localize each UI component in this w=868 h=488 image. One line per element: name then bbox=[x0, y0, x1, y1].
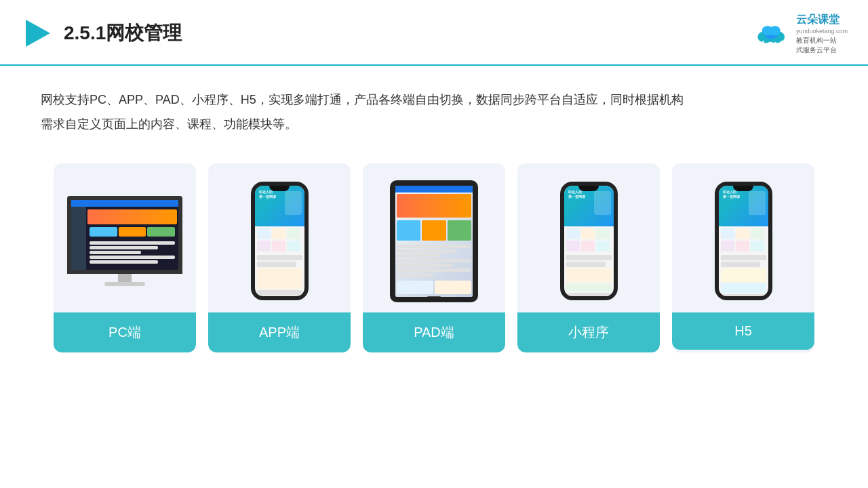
logo-tagline: 教育机构一站 式服务云平台 bbox=[796, 36, 848, 55]
pc-mockup bbox=[67, 196, 182, 286]
h5-phone-notch bbox=[733, 186, 753, 191]
card-h5-image: 职达人的第一堂网课 bbox=[672, 163, 814, 312]
card-app-label: APP端 bbox=[208, 312, 351, 352]
pc-screen bbox=[67, 196, 182, 274]
cards-container: PC端 职达人的第一堂网课 bbox=[0, 143, 868, 352]
card-pad-image bbox=[363, 163, 505, 312]
play-icon bbox=[20, 17, 53, 49]
card-miniapp: 职达人的第一堂网课 bbox=[517, 163, 660, 352]
card-app: 职达人的第一堂网课 bbox=[208, 163, 351, 352]
app-phone-notch bbox=[269, 186, 290, 191]
header-left: 2.5.1网校管理 bbox=[20, 17, 182, 49]
logo-text: 云朵课堂 yunduoketang.com 教育机构一站 式服务云平台 bbox=[796, 12, 848, 55]
card-app-image: 职达人的第一堂网课 bbox=[208, 163, 351, 312]
card-miniapp-label: 小程序 bbox=[517, 312, 660, 352]
card-pad-label: PAD端 bbox=[363, 312, 505, 352]
description-text: 网校支持PC、APP、PAD、小程序、H5，实现多端打通，产品各终端自由切换，数… bbox=[0, 66, 868, 143]
desc-line1: 网校支持PC、APP、PAD、小程序、H5，实现多端打通，产品各终端自由切换，数… bbox=[41, 87, 827, 112]
card-miniapp-image: 职达人的第一堂网课 bbox=[517, 163, 660, 312]
card-h5: 职达人的第一堂网课 bbox=[672, 163, 814, 352]
logo-sub: yunduoketang.com bbox=[796, 27, 848, 36]
miniapp-phone-mockup: 职达人的第一堂网课 bbox=[560, 182, 618, 300]
logo-icon bbox=[754, 20, 791, 47]
svg-point-7 bbox=[768, 42, 771, 45]
svg-point-9 bbox=[781, 41, 783, 43]
svg-point-8 bbox=[774, 42, 777, 45]
app-phone-mockup: 职达人的第一堂网课 bbox=[251, 182, 309, 300]
logo-area: 云朵课堂 yunduoketang.com 教育机构一站 式服务云平台 bbox=[754, 12, 848, 55]
card-pad: PAD端 bbox=[363, 163, 505, 352]
card-pc-image bbox=[54, 163, 196, 312]
card-pc: PC端 bbox=[54, 163, 196, 352]
card-h5-label: H5 bbox=[672, 312, 814, 350]
logo-name: 云朵课堂 bbox=[796, 12, 848, 27]
svg-marker-0 bbox=[26, 20, 50, 47]
desc-line2: 需求自定义页面上的内容、课程、功能模块等。 bbox=[41, 112, 827, 136]
h5-phone-mockup: 职达人的第一堂网课 bbox=[715, 182, 772, 300]
card-pc-label: PC端 bbox=[54, 312, 196, 352]
svg-point-5 bbox=[769, 26, 780, 36]
miniapp-phone-notch bbox=[578, 186, 599, 191]
pad-tablet-mockup bbox=[390, 180, 478, 302]
page-header: 2.5.1网校管理 云朵课堂 yunduoketang.com 教育机构一站 式… bbox=[0, 0, 868, 66]
svg-point-6 bbox=[762, 41, 765, 43]
page-title: 2.5.1网校管理 bbox=[64, 20, 182, 46]
